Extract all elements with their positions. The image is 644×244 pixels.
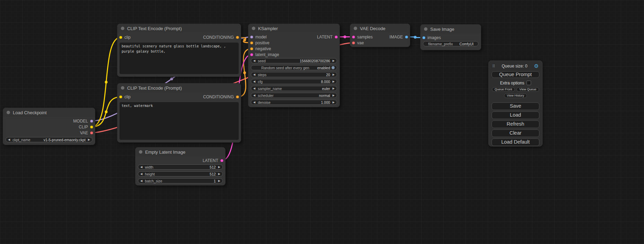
slot-row-clip-conditioning: clip CONDITIONING bbox=[117, 93, 241, 100]
decrement-arrow-icon[interactable]: ◀ bbox=[253, 60, 255, 62]
collapse-dot[interactable] bbox=[139, 150, 142, 154]
node-title: Empty Latent Image bbox=[145, 150, 185, 155]
widget-name: filename_prefix bbox=[428, 42, 453, 46]
node-vae-decode[interactable]: VAE Decode samples IMAGE vae bbox=[350, 24, 410, 47]
node-title-bar[interactable]: CLIP Text Encode (Prompt) bbox=[117, 83, 241, 92]
vae-input-port[interactable] bbox=[352, 41, 355, 44]
clear-button[interactable]: Clear bbox=[492, 129, 539, 137]
decrement-arrow-icon[interactable]: ◀ bbox=[253, 73, 255, 76]
clip-output-port[interactable] bbox=[90, 125, 93, 128]
vae-output-port[interactable] bbox=[90, 131, 93, 134]
node-title-bar[interactable]: Save Image bbox=[421, 25, 481, 34]
conditioning-output-port[interactable] bbox=[236, 36, 239, 39]
latent-output-port[interactable] bbox=[220, 159, 223, 162]
queue-front-button[interactable]: Queue Front bbox=[492, 87, 515, 92]
widget-name: seed bbox=[258, 59, 266, 63]
widget-value: 20 bbox=[326, 73, 330, 77]
samples-input-port[interactable] bbox=[352, 35, 355, 38]
collapse-dot[interactable] bbox=[121, 27, 124, 30]
toggle-on-dot[interactable] bbox=[332, 66, 335, 69]
clip-input-port[interactable] bbox=[119, 36, 122, 39]
prompt-text[interactable]: beautiful scenery nature glass bottle la… bbox=[120, 43, 239, 74]
image-output-port[interactable] bbox=[405, 35, 408, 38]
widget-ckpt-name[interactable]: ◀ ckpt_name v1-5-pruned-emaonly.ckpt ▶ bbox=[6, 137, 92, 142]
model-output-port[interactable] bbox=[90, 119, 93, 123]
collapse-dot[interactable] bbox=[7, 111, 10, 114]
slot-label: CONDITIONING bbox=[203, 35, 234, 40]
widget-name: width bbox=[145, 165, 153, 169]
increment-arrow-icon[interactable]: ▶ bbox=[218, 180, 220, 182]
decrement-arrow-icon[interactable]: ◀ bbox=[253, 94, 255, 97]
view-history-button[interactable]: View History bbox=[504, 93, 527, 98]
load-default-button[interactable]: Load Default bbox=[492, 138, 539, 146]
positive-input-port[interactable] bbox=[250, 41, 253, 44]
save-button[interactable]: Save bbox=[492, 102, 539, 110]
node-ksampler[interactable]: KSampler model LATENT positive negative … bbox=[248, 24, 340, 107]
refresh-button[interactable]: Refresh bbox=[492, 120, 539, 128]
load-button[interactable]: Load bbox=[492, 111, 539, 119]
clip-input-port[interactable] bbox=[119, 96, 122, 99]
view-queue-button[interactable]: View Queue bbox=[517, 87, 539, 92]
decrement-arrow-icon[interactable]: ◀ bbox=[140, 166, 142, 169]
node-load-checkpoint[interactable]: Load Checkpoint MODEL CLIP VAE ◀ ckpt_na… bbox=[3, 108, 95, 145]
widget-value: 1 bbox=[214, 179, 216, 183]
node-title-bar[interactable]: Empty Latent Image bbox=[135, 147, 225, 156]
negative-input-port[interactable] bbox=[250, 47, 253, 50]
increment-arrow-icon[interactable]: ▶ bbox=[333, 101, 335, 104]
queue-buttons-row: Queue Front View Queue bbox=[492, 87, 539, 92]
widget-width[interactable]: ◀ width 512 ▶ bbox=[138, 164, 223, 170]
decrement-arrow-icon[interactable]: ◀ bbox=[8, 138, 10, 141]
node-title-bar[interactable]: Load Checkpoint bbox=[3, 108, 95, 117]
widget-height[interactable]: ◀ height 512 ▶ bbox=[138, 171, 223, 177]
node-title-bar[interactable]: KSampler bbox=[248, 24, 339, 33]
input-slot-positive: positive bbox=[248, 40, 339, 46]
node-title-bar[interactable]: VAE Decode bbox=[350, 24, 410, 33]
collapse-dot[interactable] bbox=[121, 86, 124, 90]
widget-name: height bbox=[145, 172, 155, 176]
slot-label: clip bbox=[124, 94, 131, 99]
input-slot-latent-image: latent_image bbox=[248, 52, 339, 57]
model-input-port[interactable] bbox=[250, 35, 253, 38]
decrement-arrow-icon[interactable]: ◀ bbox=[140, 180, 142, 182]
collapse-dot[interactable] bbox=[252, 27, 255, 30]
queue-prompt-button[interactable]: Queue Prompt bbox=[492, 71, 539, 78]
widget-steps[interactable]: ◀ steps 20 ▶ bbox=[251, 72, 337, 77]
widget-batch-size[interactable]: ◀ batch_size 1 ▶ bbox=[138, 178, 223, 183]
settings-gear-icon[interactable]: ⚙ bbox=[534, 63, 539, 69]
node-clip-text-encode-positive[interactable]: CLIP Text Encode (Prompt) clip CONDITION… bbox=[117, 24, 241, 77]
graph-canvas[interactable]: Load Checkpoint MODEL CLIP VAE ◀ ckpt_na… bbox=[0, 0, 644, 244]
increment-arrow-icon[interactable]: ▶ bbox=[218, 166, 220, 169]
widget-seed[interactable]: ◀ seed 156680208700286 ▶ bbox=[251, 58, 337, 63]
node-save-image[interactable]: Save Image images filename_prefix ComfyU… bbox=[420, 24, 481, 50]
node-clip-text-encode-negative[interactable]: CLIP Text Encode (Prompt) clip CONDITION… bbox=[117, 83, 241, 143]
increment-arrow-icon[interactable]: ▶ bbox=[88, 138, 90, 141]
widget-random-seed-toggle[interactable]: Random seed after every gen enabled bbox=[251, 65, 337, 70]
drag-handle-icon[interactable]: ⠿ bbox=[492, 64, 495, 69]
increment-arrow-icon[interactable]: ▶ bbox=[218, 173, 220, 175]
increment-arrow-icon[interactable]: ▶ bbox=[333, 94, 335, 97]
increment-arrow-icon[interactable]: ▶ bbox=[333, 87, 335, 90]
collapse-dot[interactable] bbox=[424, 27, 427, 31]
prompt-text[interactable]: text, watermark bbox=[120, 102, 239, 140]
latent-output-port[interactable] bbox=[335, 35, 338, 38]
increment-arrow-icon[interactable]: ▶ bbox=[333, 60, 335, 62]
collapse-dot[interactable] bbox=[354, 27, 357, 30]
increment-arrow-icon[interactable]: ▶ bbox=[333, 73, 335, 76]
widget-filename-prefix[interactable]: filename_prefix ComfyUI bbox=[423, 41, 478, 46]
node-empty-latent-image[interactable]: Empty Latent Image LATENT ◀ width 512 ▶ … bbox=[135, 147, 226, 186]
widget-value: v1-5-pruned-emaonly.ckpt bbox=[44, 138, 86, 142]
increment-arrow-icon[interactable]: ▶ bbox=[333, 80, 335, 83]
widget-denoise[interactable]: ◀ denoise 1.000 ▶ bbox=[251, 100, 337, 105]
decrement-arrow-icon[interactable]: ◀ bbox=[253, 87, 255, 90]
widget-sampler-name[interactable]: ◀ sampler_name euler ▶ bbox=[251, 86, 337, 91]
latent-image-input-port[interactable] bbox=[250, 53, 253, 56]
decrement-arrow-icon[interactable]: ◀ bbox=[253, 101, 255, 104]
decrement-arrow-icon[interactable]: ◀ bbox=[253, 80, 255, 83]
node-title-bar[interactable]: CLIP Text Encode (Prompt) bbox=[117, 24, 241, 33]
decrement-arrow-icon[interactable]: ◀ bbox=[140, 173, 142, 175]
widget-cfg[interactable]: ◀ cfg 8.000 ▶ bbox=[251, 79, 337, 84]
widget-scheduler[interactable]: ◀ scheduler normal ▶ bbox=[251, 93, 337, 98]
images-input-port[interactable] bbox=[422, 36, 425, 39]
extra-options-checkbox[interactable] bbox=[527, 81, 531, 85]
conditioning-output-port[interactable] bbox=[236, 96, 239, 99]
